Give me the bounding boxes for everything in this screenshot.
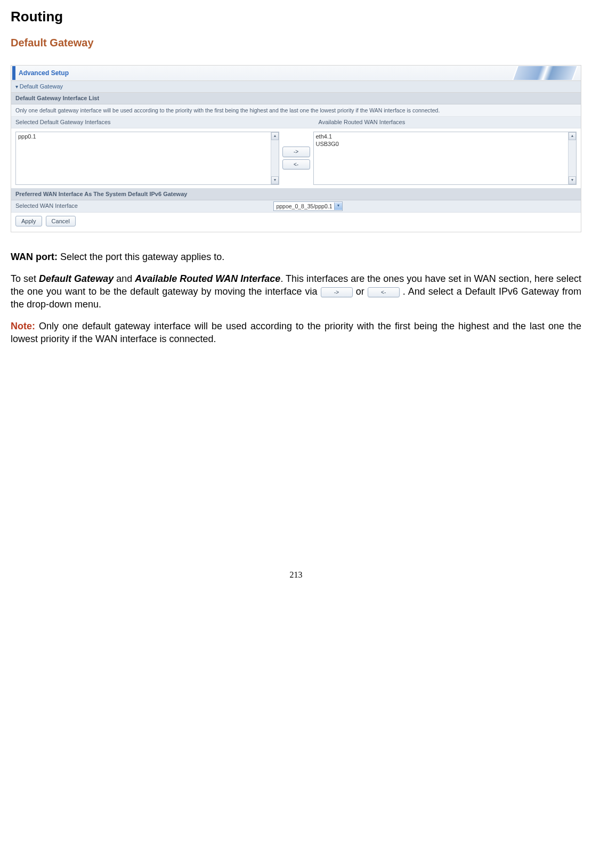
move-buttons: -> <- — [282, 147, 310, 169]
wan-port-text: Select the port this gateway applies to. — [58, 252, 224, 262]
move-right-button[interactable]: -> — [282, 147, 310, 157]
section-interface-list: Default Gateway Interface List — [11, 93, 581, 104]
paragraph-wan-port: WAN port: Select the port this gateway a… — [11, 250, 581, 263]
select-value: pppoe_0_8_35/ppp0.1 — [276, 202, 332, 210]
dual-list-labels: Selected Default Gateway Interfaces Avai… — [11, 117, 581, 128]
emph-default-gateway: Default Gateway — [39, 273, 113, 284]
ipv6-wan-select[interactable]: pppoe_0_8_35/ppp0.1 ▾ — [273, 201, 343, 211]
list-item[interactable]: ppp0.1 — [18, 133, 277, 140]
paragraph-default-gateway: To set Default Gateway and Available Rou… — [11, 272, 581, 311]
inline-move-left-button: <- — [368, 287, 400, 298]
wan-port-label: WAN port: — [11, 252, 58, 262]
inline-move-right-button: -> — [321, 287, 353, 298]
note-label: Note: — [11, 321, 35, 331]
text: and — [113, 273, 135, 284]
scrollbar[interactable]: ▴ ▾ — [271, 132, 279, 184]
selected-interfaces-listbox[interactable]: ppp0.1 ▴ ▾ — [15, 132, 279, 185]
move-left-button[interactable]: <- — [282, 159, 310, 170]
action-row: Apply Cancel — [11, 213, 581, 232]
header-decoration — [512, 66, 578, 80]
label-selected-interfaces: Selected Default Gateway Interfaces — [11, 117, 278, 128]
section-subtitle: Default Gateway — [11, 36, 581, 50]
page-number: 213 — [11, 569, 581, 581]
panel-header: Advanced Setup — [11, 66, 581, 81]
scroll-down-icon[interactable]: ▾ — [569, 176, 576, 184]
scroll-up-icon[interactable]: ▴ — [569, 132, 576, 140]
text: or — [353, 286, 368, 297]
panel-header-title: Advanced Setup — [19, 69, 515, 77]
available-interfaces-listbox[interactable]: eth4.1 USB3G0 ▴ ▾ — [313, 132, 577, 185]
section-ipv6-gateway: Preferred WAN Interface As The System De… — [11, 189, 581, 200]
dual-listbox-row: ppp0.1 ▴ ▾ -> <- eth4.1 USB3G0 ▴ ▾ — [11, 128, 581, 189]
emph-available-routed: Available Routed WAN Interface — [135, 273, 280, 284]
cancel-button[interactable]: Cancel — [46, 216, 76, 227]
router-config-panel: Advanced Setup Default Gateway Default G… — [11, 65, 581, 232]
label-available-interfaces: Available Routed WAN Interfaces — [319, 117, 581, 128]
scrollbar[interactable]: ▴ ▾ — [568, 132, 576, 184]
note-text: Only one default gateway interface will … — [11, 321, 581, 344]
scroll-up-icon[interactable]: ▴ — [271, 132, 279, 140]
section-default-gateway[interactable]: Default Gateway — [11, 81, 581, 93]
help-text: Only one default gateway interface will … — [11, 104, 581, 117]
apply-button[interactable]: Apply — [15, 216, 42, 227]
ipv6-select-row: Selected WAN Interface pppoe_0_8_35/ppp0… — [11, 200, 581, 213]
list-item[interactable]: eth4.1 — [316, 133, 574, 140]
list-item[interactable]: USB3G0 — [316, 140, 574, 148]
scroll-down-icon[interactable]: ▾ — [271, 176, 279, 184]
paragraph-note: Note: Only one default gateway interface… — [11, 320, 581, 346]
label-selected-wan: Selected WAN Interface — [15, 202, 273, 210]
chevron-down-icon: ▾ — [334, 202, 342, 210]
accent-bar — [12, 66, 15, 80]
text: To set — [11, 273, 39, 284]
page-title: Routing — [11, 7, 581, 26]
